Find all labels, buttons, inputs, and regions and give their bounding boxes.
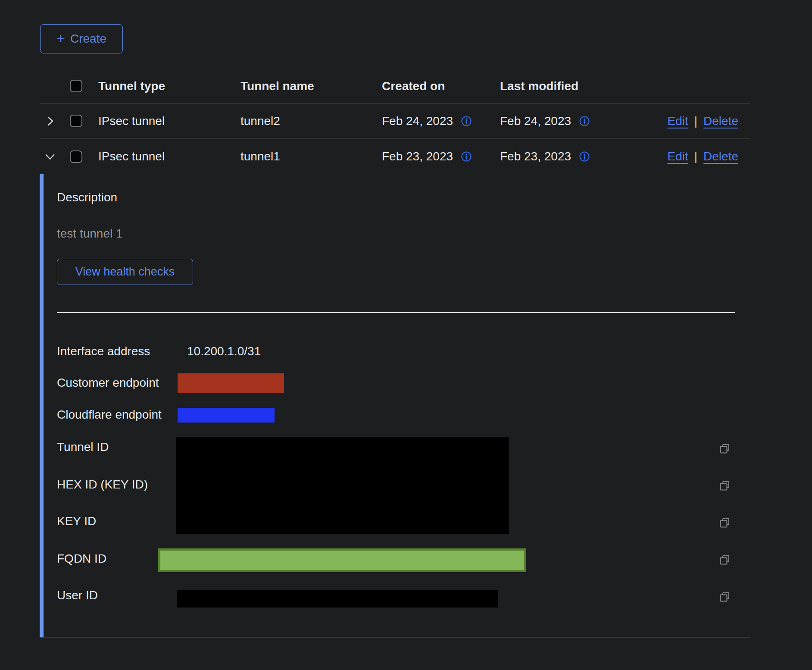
collapse-row-button[interactable] bbox=[40, 151, 59, 162]
info-icon[interactable] bbox=[579, 151, 590, 162]
interface-address-label: Interface address bbox=[57, 344, 150, 358]
table-row: IPsec tunnel tunnel2 Feb 24, 2023 Feb 24… bbox=[40, 103, 750, 139]
fqdn-id-label: FQDN ID bbox=[57, 552, 106, 566]
info-icon[interactable] bbox=[579, 116, 590, 127]
hex-id-label: HEX ID (KEY ID) bbox=[57, 478, 148, 492]
copy-icon bbox=[719, 480, 731, 492]
table-row: IPsec tunnel tunnel1 Feb 23, 2023 Feb 23… bbox=[40, 139, 750, 174]
create-button-label: Create bbox=[70, 32, 106, 46]
plus-icon: + bbox=[56, 31, 65, 46]
tunnel-id-label: Tunnel ID bbox=[57, 440, 109, 454]
cloudflare-endpoint-redacted-value bbox=[178, 408, 275, 423]
header-created-on: Created on bbox=[382, 79, 500, 93]
expand-row-button[interactable] bbox=[40, 116, 59, 127]
created-on-cell: Feb 23, 2023 bbox=[382, 150, 453, 163]
delete-link[interactable]: Delete bbox=[703, 150, 738, 163]
copy-tunnel-id-button[interactable] bbox=[719, 443, 731, 454]
last-modified-cell: Feb 24, 2023 bbox=[500, 114, 571, 128]
description-value: test tunnel 1 bbox=[57, 227, 123, 241]
copy-icon bbox=[719, 443, 731, 454]
select-all-checkbox[interactable] bbox=[70, 80, 82, 92]
create-button[interactable]: + Create bbox=[40, 24, 123, 53]
header-last-modified: Last modified bbox=[500, 79, 664, 93]
description-label: Description bbox=[57, 191, 117, 204]
tunnel-type-cell: IPsec tunnel bbox=[98, 150, 240, 163]
tunnel-type-cell: IPsec tunnel bbox=[98, 114, 240, 128]
customer-endpoint-label: Customer endpoint bbox=[57, 376, 159, 390]
created-on-cell: Feb 24, 2023 bbox=[382, 114, 453, 128]
info-icon[interactable] bbox=[461, 116, 472, 127]
customer-endpoint-redacted-value bbox=[178, 373, 284, 393]
chevron-right-icon bbox=[44, 116, 56, 127]
key-id-label: KEY ID bbox=[57, 514, 96, 528]
view-health-checks-button[interactable]: View health checks bbox=[57, 259, 193, 285]
tunnel-name-cell: tunnel2 bbox=[240, 114, 382, 128]
copy-fqdn-id-button[interactable] bbox=[719, 554, 731, 566]
actions-separator: | bbox=[694, 150, 697, 163]
copy-icon bbox=[719, 517, 731, 529]
user-id-redacted-value bbox=[177, 590, 498, 607]
interface-address-value: 10.200.1.0/31 bbox=[187, 344, 261, 358]
tunnel-name-cell: tunnel1 bbox=[240, 150, 382, 163]
cloudflare-endpoint-label: Cloudflare endpoint bbox=[57, 408, 162, 422]
row-checkbox[interactable] bbox=[70, 150, 82, 163]
header-tunnel-name: Tunnel name bbox=[240, 79, 382, 93]
user-id-label: User ID bbox=[57, 589, 98, 602]
section-divider bbox=[57, 312, 735, 313]
fqdn-id-redacted-value bbox=[158, 548, 526, 572]
copy-hex-id-button[interactable] bbox=[719, 480, 731, 492]
expanded-row-accent-bar bbox=[40, 174, 44, 637]
copy-icon bbox=[719, 591, 731, 603]
copy-user-id-button[interactable] bbox=[719, 591, 731, 603]
chevron-down-icon bbox=[44, 151, 56, 162]
actions-separator: | bbox=[694, 114, 697, 128]
info-icon[interactable] bbox=[461, 151, 472, 162]
header-tunnel-type: Tunnel type bbox=[98, 79, 240, 93]
edit-link[interactable]: Edit bbox=[668, 114, 688, 128]
copy-icon bbox=[719, 554, 731, 566]
copy-key-id-button[interactable] bbox=[719, 517, 731, 529]
delete-link[interactable]: Delete bbox=[703, 114, 738, 128]
ids-redacted-value bbox=[176, 437, 509, 534]
edit-link[interactable]: Edit bbox=[668, 150, 688, 163]
last-modified-cell: Feb 23, 2023 bbox=[500, 150, 571, 163]
row-bottom-divider bbox=[40, 637, 750, 638]
table-header-row: Tunnel type Tunnel name Created on Last … bbox=[40, 69, 750, 103]
tunnels-table: Tunnel type Tunnel name Created on Last … bbox=[40, 69, 750, 174]
row-checkbox[interactable] bbox=[70, 115, 82, 127]
